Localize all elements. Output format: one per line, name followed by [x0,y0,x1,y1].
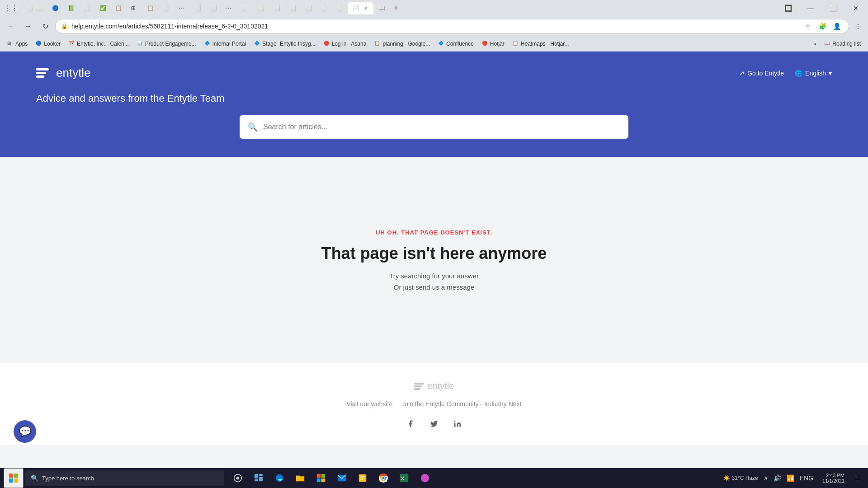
svg-rect-9 [259,477,263,481]
bookmark-apps[interactable]: ⊞ Apps [4,39,31,48]
twitter-icon[interactable] [427,417,441,431]
window-restore-button[interactable]: 🔲 [778,0,798,16]
refresh-button[interactable]: ↻ [38,19,52,33]
tab-12[interactable]: ⬜ [206,2,221,14]
bookmark-internal-portal-label: Internal Portal [212,41,246,47]
tab-2[interactable]: 🔵 [47,2,63,14]
tab-15[interactable]: ⬜ [253,2,269,14]
bookmark-confluence[interactable]: 🔷 Confluence [434,39,477,48]
tab-7[interactable]: ⊞ [127,2,142,14]
profile-button[interactable]: 👤 [830,20,843,33]
bookmark-asana[interactable]: 🔴 Log in - Asana [320,39,370,48]
taskbar-language-indicator[interactable]: ENG [798,474,815,483]
community-link[interactable]: Join the Entytle Community - Industry Ne… [401,400,521,408]
tab-1[interactable]: ⬜⬜ [22,2,47,14]
window-minimize-button[interactable]: — [800,0,821,16]
tab-close-button[interactable]: ✕ [363,5,369,11]
tab-5[interactable]: ✅ [95,2,110,14]
logo-bar-1 [36,68,49,70]
tab-17[interactable]: ⬜ [285,2,300,14]
extensions-button[interactable]: 🧩 [816,20,829,33]
linkedin-icon[interactable] [450,417,465,431]
logo-icon [36,68,49,78]
taskbar-search-icon: 🔍 [31,474,38,482]
reading-list-favicon: 📖 [824,41,830,47]
taskbar-search[interactable]: 🔍 Type here to search [25,470,224,486]
bookmark-looker[interactable]: 🔵 Looker [32,39,64,48]
tab-bar-more-button[interactable]: ⋮⋮ [2,3,20,14]
taskbar-icon-sticky[interactable] [353,468,373,488]
start-button[interactable] [4,468,24,488]
bookmark-heatmaps[interactable]: 📋 Heatmaps - Hotjar... [509,39,573,48]
window-close-button[interactable]: ✕ [845,0,866,16]
bookmark-entytle-cal[interactable]: 📅 Entytle, Inc. - Calen... [65,39,132,48]
taskbar-wifi-icon[interactable]: 📶 [785,474,796,483]
url-display: help.entytle.com/en/articles/5682111-int… [71,23,798,30]
go-to-entytle-link[interactable]: ↗ Go to Entytle [739,70,784,77]
taskbar-speaker-icon[interactable]: 🔊 [772,474,783,483]
tab-active[interactable]: 📄 ✕ [348,2,373,14]
facebook-icon[interactable] [403,417,418,431]
notification-button[interactable]: □ [852,472,864,484]
article-search-input[interactable] [263,123,620,131]
logo-area[interactable]: entytle [36,66,91,80]
error-section: UH OH. THAT PAGE DOESN'T EXIST. That pag… [0,157,868,363]
window-maximize-button[interactable]: ⬜ [823,0,844,16]
looker-favicon: 🔵 [36,41,42,47]
taskbar-task-view[interactable] [228,468,248,488]
bookmark-stage[interactable]: 🔷 Stage -Entytle Insyg... [250,39,319,48]
tab-13[interactable]: ⋯ [222,2,237,14]
logo-text: entytle [56,66,91,80]
svg-rect-1 [9,474,13,478]
taskbar-icon-explorer[interactable] [290,468,310,488]
bookmark-reading-list[interactable]: 📖 Reading list [821,39,864,48]
taskbar-date: 11/1/2021 [822,478,844,483]
forward-button[interactable]: → [21,19,35,33]
bookmark-hotjar[interactable]: 🔴 Hotjar [478,39,508,48]
tab-6[interactable]: 📋 [111,2,126,14]
taskbar-clock[interactable]: 2:43 PM 11/1/2021 [819,473,848,483]
bookmark-more-button[interactable]: » [810,39,820,48]
new-tab-button[interactable]: + [390,2,402,14]
taskbar-icon-chrome[interactable] [373,468,393,488]
tab-10[interactable]: ⋯ [174,2,189,14]
svg-rect-13 [317,479,321,482]
taskbar-icon-mail[interactable] [332,468,352,488]
bookmark-reading-list-label: Reading list [832,41,861,47]
browser-chrome: ⋮⋮ ⬜⬜ 🔵 📗 ⬜ ✅ 📋 ⊞ 📋 ⬜ ⋯ ⬜ ⬜ ⋯ ⬜ ⬜ ⬜ ⬜ ⬜ … [0,0,868,52]
taskbar-up-chevron[interactable]: ∧ [762,474,770,483]
tab-14[interactable]: ⬜ [237,2,253,14]
send-message-link[interactable]: Or just send us a message [394,283,474,291]
logo-bar-2 [36,72,46,74]
bookmark-product[interactable]: 📊 Product Engageme... [133,39,200,48]
bookmark-planning[interactable]: 📋 planning - Google... [371,39,434,48]
taskbar-icon-excel[interactable]: X [394,468,414,488]
tab-9[interactable]: ⬜ [158,2,174,14]
taskbar-icon-edge[interactable] [269,468,289,488]
search-bar[interactable]: 🔍 [240,115,628,139]
chat-bubble-button[interactable]: 💬 [14,420,36,443]
taskbar-icon-store[interactable] [311,468,331,488]
bookmark-apps-label: Apps [15,41,28,47]
tab-8[interactable]: 📋 [142,2,158,14]
site-header: entytle ↗ Go to Entytle 🌐 English ▾ Advi… [0,52,868,157]
tab-reading[interactable]: 📖 [374,2,389,14]
address-bar[interactable]: 🔒 help.entytle.com/en/articles/5682111-i… [55,19,849,33]
back-button[interactable]: ← [4,19,18,33]
settings-button[interactable]: ⋮ [852,20,864,33]
tab-11[interactable]: ⬜ [190,2,205,14]
bookmark-internal-portal[interactable]: 🔷 Internal Portal [201,39,250,48]
bookmark-star-button[interactable]: ☆ [802,20,814,33]
language-selector[interactable]: 🌐 English ▾ [795,70,832,77]
taskbar-icon-widgets[interactable] [249,468,269,488]
window-controls: 🔲 — ⬜ ✕ [778,0,866,16]
visit-website-link[interactable]: Visit our website [346,400,392,408]
taskbar-icon-other[interactable] [415,468,435,488]
tab-20[interactable]: ⬜ [332,2,348,14]
tab-18[interactable]: ⬜ [301,2,316,14]
tab-19[interactable]: ⬜ [316,2,332,14]
tab-3[interactable]: 📗 [63,2,79,14]
tab-4[interactable]: ⬜ [79,2,94,14]
taskbar-weather[interactable]: ☀️ 31°C Haze [723,475,758,481]
tab-16[interactable]: ⬜ [269,2,284,14]
